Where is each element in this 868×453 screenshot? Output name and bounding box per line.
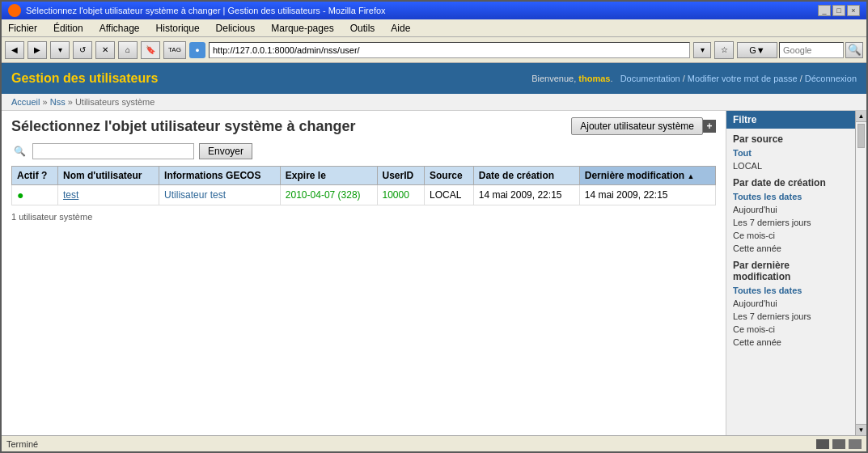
menu-historique[interactable]: Historique bbox=[153, 21, 203, 36]
close-button[interactable]: × bbox=[847, 5, 860, 16]
menu-outils[interactable]: Outils bbox=[347, 21, 379, 36]
table-header: Actif ? Nom d'utilisateur Informations G… bbox=[12, 167, 716, 185]
breadcrumb-accueil[interactable]: Accueil bbox=[11, 97, 40, 107]
username-link[interactable]: test bbox=[63, 189, 78, 201]
filter-sidebar: Filtre Par source Tout LOCAL Par date de… bbox=[726, 111, 855, 435]
table-row: ● test Utilisateur test 2010-04-07 (328)… bbox=[12, 185, 716, 205]
back-button[interactable]: ◀ bbox=[5, 41, 24, 59]
page-heading: Sélectionnez l'objet utilisateur système… bbox=[11, 117, 716, 135]
data-table: Actif ? Nom d'utilisateur Informations G… bbox=[11, 166, 716, 205]
col-actif[interactable]: Actif ? bbox=[12, 167, 58, 185]
search-section: G▼ 🔍 bbox=[737, 42, 863, 58]
address-input[interactable] bbox=[209, 42, 690, 58]
reload-button[interactable]: ↺ bbox=[73, 41, 92, 59]
home-button[interactable]: ⌂ bbox=[118, 41, 138, 59]
menu-aide[interactable]: Aide bbox=[387, 21, 413, 36]
status-icon-1 bbox=[816, 439, 829, 449]
browser-window: Sélectionnez l'objet utilisateur système… bbox=[0, 0, 868, 453]
breadcrumb: Accueil » Nss » Utilisateurs système bbox=[2, 94, 866, 111]
col-gecos[interactable]: Informations GECOS bbox=[159, 167, 281, 185]
menu-fichier[interactable]: Fichier bbox=[5, 21, 40, 36]
address-bar: ● ▾ bbox=[189, 42, 711, 58]
scrollbar: ▲ ▼ bbox=[855, 111, 866, 435]
titlebar-title: Sélectionnez l'objet utilisateur système… bbox=[26, 6, 386, 15]
breadcrumb-sep1: » bbox=[43, 97, 50, 107]
change-password-link[interactable]: Modifier votre mot de passe bbox=[688, 74, 798, 83]
search-engine-selector[interactable]: G▼ bbox=[737, 42, 777, 58]
add-user-button[interactable]: Ajouter utilisateur système bbox=[571, 117, 703, 135]
main-content: Sélectionnez l'objet utilisateur système… bbox=[2, 111, 866, 435]
filter-section-modified-title: Par dernière modification bbox=[726, 255, 855, 284]
stop-button[interactable]: ✕ bbox=[95, 41, 115, 59]
table-header-row: Actif ? Nom d'utilisateur Informations G… bbox=[12, 167, 716, 185]
search-input[interactable] bbox=[32, 143, 194, 159]
filter-modified-all[interactable]: Toutes les dates bbox=[726, 284, 855, 297]
status-icon-3 bbox=[849, 439, 862, 449]
username: thomas bbox=[578, 74, 610, 83]
filter-created-all[interactable]: Toutes les dates bbox=[726, 190, 855, 203]
breadcrumb-nss[interactable]: Nss bbox=[50, 97, 66, 107]
search-go-button[interactable]: 🔍 bbox=[845, 42, 863, 58]
scrollbar-thumb[interactable] bbox=[857, 124, 865, 148]
col-userid[interactable]: UserID bbox=[377, 167, 424, 185]
menu-edition[interactable]: Édition bbox=[50, 21, 87, 36]
filter-created-today[interactable]: Aujourd'hui bbox=[726, 203, 855, 216]
minimize-button[interactable]: _ bbox=[818, 5, 831, 16]
titlebar-left: Sélectionnez l'objet utilisateur système… bbox=[8, 4, 386, 17]
menu-affichage[interactable]: Affichage bbox=[96, 21, 143, 36]
logout-link[interactable]: Déconnexion bbox=[805, 74, 857, 83]
add-plus-icon[interactable]: + bbox=[703, 120, 716, 133]
cell-expires: 2010-04-07 (328) bbox=[280, 185, 377, 205]
app-header: Gestion des utilisateurs Bienvenue, thom… bbox=[2, 63, 866, 94]
col-expires[interactable]: Expire le bbox=[280, 167, 377, 185]
gecos-link[interactable]: Utilisateur test bbox=[164, 189, 226, 201]
col-created[interactable]: Date de création bbox=[473, 167, 579, 185]
app-title: Gestion des utilisateurs bbox=[11, 71, 158, 86]
add-button-label: Ajouter utilisateur système bbox=[580, 121, 694, 132]
filter-created-7days[interactable]: Les 7 derniers jours bbox=[726, 216, 855, 229]
window-controls: _ □ × bbox=[818, 5, 860, 16]
expires-value: 2010-04-07 (328) bbox=[286, 189, 361, 201]
cell-modified: 14 mai 2009, 22:15 bbox=[579, 185, 715, 205]
filter-source-local[interactable]: LOCAL bbox=[726, 159, 855, 172]
menubar: Fichier Édition Affichage Historique Del… bbox=[2, 19, 866, 37]
col-modified[interactable]: Dernière modification ▲ bbox=[579, 167, 715, 185]
col-username[interactable]: Nom d'utilisateur bbox=[57, 167, 159, 185]
bookmark-button[interactable]: 🔖 bbox=[141, 41, 160, 59]
cell-gecos: Utilisateur test bbox=[159, 185, 281, 205]
nav-dropdown[interactable]: ▾ bbox=[50, 41, 70, 59]
forward-button[interactable]: ▶ bbox=[28, 41, 47, 59]
record-count: 1 utilisateur système bbox=[11, 212, 716, 222]
search-icon: 🔍 bbox=[11, 143, 28, 159]
cell-username: test bbox=[57, 185, 159, 205]
bookmark-star[interactable]: ☆ bbox=[714, 41, 734, 59]
maximize-button[interactable]: □ bbox=[832, 5, 845, 16]
filter-source-tout[interactable]: Tout bbox=[726, 146, 855, 159]
scrollbar-up[interactable]: ▲ bbox=[856, 111, 866, 122]
filter-created-month[interactable]: Ce mois-ci bbox=[726, 229, 855, 242]
filter-created-year[interactable]: Cette année bbox=[726, 242, 855, 255]
status-text: Terminé bbox=[6, 439, 38, 449]
breadcrumb-sep2: » bbox=[68, 97, 75, 107]
filter-modified-year[interactable]: Cette année bbox=[726, 336, 855, 349]
scrollbar-down[interactable]: ▼ bbox=[856, 424, 866, 435]
userid-value: 10000 bbox=[383, 189, 409, 201]
tag-button[interactable]: TAG bbox=[163, 41, 186, 59]
navbar: ◀ ▶ ▾ ↺ ✕ ⌂ 🔖 TAG ● ▾ ☆ G▼ 🔍 bbox=[2, 37, 866, 63]
filter-modified-month[interactable]: Ce mois-ci bbox=[726, 323, 855, 336]
col-source[interactable]: Source bbox=[424, 167, 473, 185]
user-info: Bienvenue, thomas. Documentation / Modif… bbox=[531, 74, 857, 83]
filter-modified-7days[interactable]: Les 7 derniers jours bbox=[726, 310, 855, 323]
cell-actif: ● bbox=[12, 185, 58, 205]
menu-delicious[interactable]: Delicious bbox=[213, 21, 259, 36]
search-nav-input[interactable] bbox=[779, 42, 844, 58]
filter-section-source-title: Par source bbox=[726, 129, 855, 146]
sort-arrow: ▲ bbox=[687, 172, 694, 180]
address-dropdown[interactable]: ▾ bbox=[693, 42, 711, 58]
filter-modified-today[interactable]: Aujourd'hui bbox=[726, 297, 855, 310]
cell-created: 14 mai 2009, 22:15 bbox=[473, 185, 579, 205]
active-icon: ● bbox=[17, 188, 23, 201]
documentation-link[interactable]: Documentation bbox=[620, 74, 680, 83]
menu-marque-pages[interactable]: Marque-pages bbox=[268, 21, 337, 36]
send-button[interactable]: Envoyer bbox=[199, 143, 252, 159]
